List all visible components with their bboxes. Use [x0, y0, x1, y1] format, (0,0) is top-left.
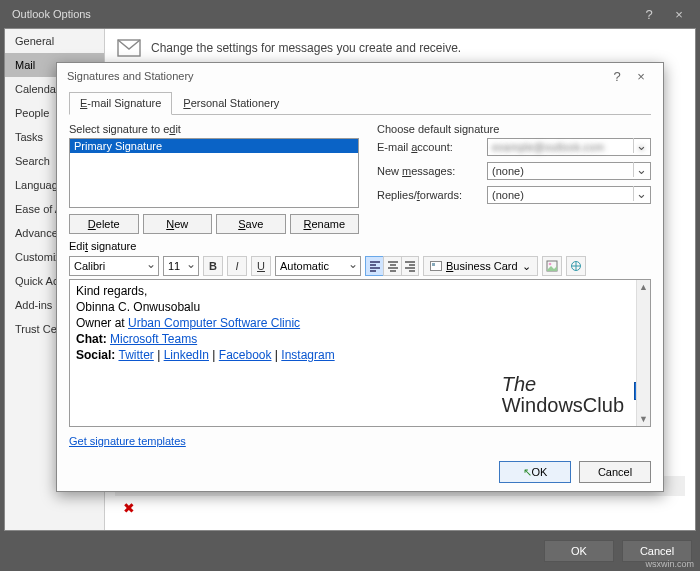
envelope-icon: [117, 39, 141, 57]
scroll-up-icon[interactable]: ▲: [637, 280, 650, 294]
upper-panel: Select signature to edit Primary Signatu…: [69, 123, 651, 234]
align-center-button[interactable]: [383, 256, 401, 276]
business-card-button[interactable]: Business Card ⌄: [423, 256, 538, 276]
signature-editor[interactable]: Kind regards, Obinna C. Onwusobalu Owner…: [69, 279, 651, 427]
options-titlebar: Outlook Options ? ×: [0, 0, 700, 28]
signatures-body: E-mail Signature Personal Stationery Sel…: [57, 89, 663, 453]
signatures-help-icon[interactable]: ?: [605, 69, 629, 84]
default-signature-group: Choose default signature E-mail account:…: [377, 123, 651, 234]
templates-row: Get signature templates: [69, 435, 651, 447]
signature-buttons: Delete New Save Rename: [69, 214, 359, 234]
email-account-select[interactable]: example@outlook.com: [487, 138, 651, 156]
twitter-link[interactable]: Twitter: [118, 348, 153, 362]
new-messages-label: New messages:: [377, 165, 481, 177]
nav-general[interactable]: General: [5, 29, 104, 53]
editor-toolbar: Calibri 11 B I U Automatic Business Card…: [69, 255, 651, 277]
editor-line: Kind regards,: [76, 284, 644, 298]
facebook-link[interactable]: Facebook: [219, 348, 272, 362]
tab-email-signature[interactable]: E-mail Signature: [69, 92, 172, 115]
svg-rect-2: [432, 263, 435, 266]
align-right-button[interactable]: [401, 256, 419, 276]
font-color-select[interactable]: Automatic: [275, 256, 361, 276]
editor-line: Chat: Microsoft Teams: [76, 332, 644, 346]
owner-link[interactable]: Urban Computer Software Clinic: [128, 316, 300, 330]
insert-picture-button[interactable]: [542, 256, 562, 276]
editor-scrollbar[interactable]: ▲ ▼: [636, 280, 650, 426]
new-messages-select[interactable]: (none): [487, 162, 651, 180]
replies-forwards-select[interactable]: (none): [487, 186, 651, 204]
cleanup-delete-icon: ✖: [123, 500, 135, 516]
options-header-desc: Change the settings for messages you cre…: [151, 41, 461, 55]
underline-button[interactable]: U: [251, 256, 271, 276]
align-group: [365, 256, 419, 276]
edit-signature-label: Edit signature: [69, 240, 651, 252]
chevron-down-icon: ⌄: [522, 260, 531, 273]
bold-button[interactable]: B: [203, 256, 223, 276]
options-help-icon[interactable]: ?: [634, 7, 664, 22]
align-left-button[interactable]: [365, 256, 383, 276]
replies-forwards-label: Replies/forwards:: [377, 189, 481, 201]
signatures-dialog: Signatures and Stationery ? × E-mail Sig…: [56, 62, 664, 492]
signatures-cancel-button[interactable]: Cancel: [579, 461, 651, 483]
watermark: The WindowsClub: [502, 374, 624, 416]
instagram-link[interactable]: Instagram: [281, 348, 334, 362]
italic-button[interactable]: I: [227, 256, 247, 276]
editor-line: Owner at Urban Computer Software Clinic: [76, 316, 644, 330]
signatures-titlebar: Signatures and Stationery ? ×: [57, 63, 663, 89]
options-title: Outlook Options: [6, 8, 634, 20]
signature-listbox[interactable]: Primary Signature: [69, 138, 359, 208]
signatures-footer: ↖OK Cancel: [57, 453, 663, 491]
options-ok-button[interactable]: OK: [544, 540, 614, 562]
insert-hyperlink-button[interactable]: [566, 256, 586, 276]
signatures-title: Signatures and Stationery: [67, 70, 605, 82]
signatures-close-icon[interactable]: ×: [629, 69, 653, 84]
tabs: E-mail Signature Personal Stationery: [69, 91, 651, 115]
delete-button[interactable]: Delete: [69, 214, 139, 234]
scroll-down-icon[interactable]: ▼: [637, 412, 650, 426]
font-size-select[interactable]: 11: [163, 256, 199, 276]
svg-point-4: [548, 263, 551, 266]
get-templates-link[interactable]: Get signature templates: [69, 435, 186, 447]
rename-button[interactable]: Rename: [290, 214, 360, 234]
signature-list-item[interactable]: Primary Signature: [70, 139, 358, 153]
editor-line: Social: Twitter | LinkedIn | Facebook | …: [76, 348, 644, 362]
tab-personal-stationery[interactable]: Personal Stationery: [172, 92, 290, 115]
select-signature-group: Select signature to edit Primary Signatu…: [69, 123, 359, 234]
linkedin-link[interactable]: LinkedIn: [164, 348, 209, 362]
select-signature-label: Select signature to edit: [69, 123, 359, 135]
options-close-icon[interactable]: ×: [664, 7, 694, 22]
default-signature-label: Choose default signature: [377, 123, 651, 135]
new-button[interactable]: New: [143, 214, 213, 234]
card-icon: [430, 260, 442, 272]
save-button[interactable]: Save: [216, 214, 286, 234]
source-credit: wsxwin.com: [645, 559, 694, 569]
font-select[interactable]: Calibri: [69, 256, 159, 276]
chat-link[interactable]: Microsoft Teams: [110, 332, 197, 346]
email-account-label: E-mail account:: [377, 141, 481, 153]
signatures-ok-button[interactable]: ↖OK: [499, 461, 571, 483]
editor-line: Obinna C. Onwusobalu: [76, 300, 644, 314]
